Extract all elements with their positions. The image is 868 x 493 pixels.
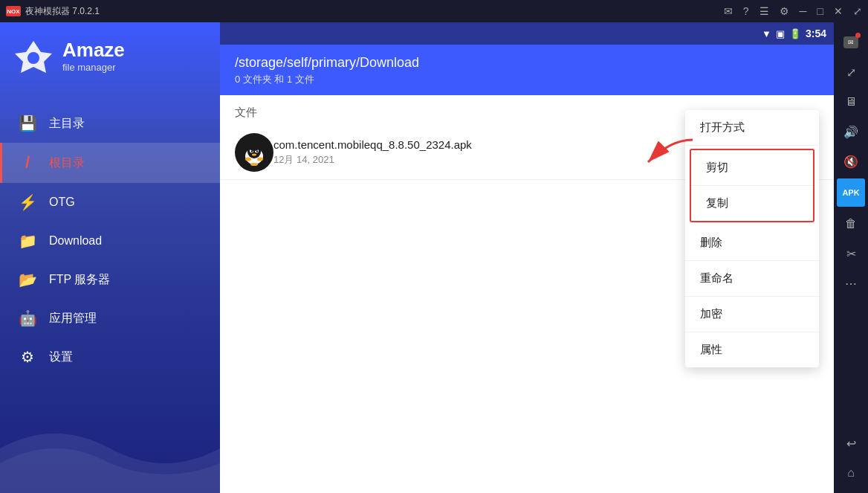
svg-point-13 — [250, 163, 258, 166]
svg-point-16 — [256, 140, 260, 146]
settings-icon[interactable]: ⚙ — [780, 5, 789, 17]
amaze-logo-icon — [15, 37, 52, 74]
sidebar-header: Amaze file manager — [0, 22, 220, 97]
current-path: /storage/self/primary/Download — [235, 55, 819, 71]
app-name: Amaze — [62, 39, 125, 62]
svg-point-1 — [27, 52, 39, 64]
rs-mute-icon[interactable]: 🔇 — [837, 147, 865, 175]
menu-properties[interactable]: 属性 — [685, 332, 819, 367]
rs-fullscreen-icon[interactable]: ⤢ — [837, 58, 865, 86]
status-icons: ▼ ▣ 🔋 3:54 — [762, 28, 826, 39]
ftp-icon: 📂 — [18, 271, 37, 289]
app-mgr-label: 应用管理 — [49, 311, 97, 326]
folder-icon: 📁 — [18, 232, 37, 250]
rs-home-icon[interactable]: ⌂ — [837, 459, 865, 487]
status-time: 3:54 — [806, 28, 826, 39]
rs-apk-icon[interactable]: APK — [837, 178, 865, 207]
svg-point-15 — [248, 140, 253, 146]
menu-rename[interactable]: 重命名 — [685, 261, 819, 297]
sidebar-item-otg[interactable]: ⚡ OTG — [0, 183, 220, 222]
wifi-icon: ▼ — [762, 28, 771, 39]
svg-text:✉: ✉ — [848, 39, 854, 46]
svg-point-10 — [252, 154, 256, 156]
rs-notification-icon[interactable]: ✉ — [837, 28, 865, 57]
rs-cut-icon[interactable]: ✂ — [837, 239, 865, 268]
svg-point-9 — [256, 150, 258, 152]
message-icon[interactable]: ✉ — [724, 5, 733, 17]
settings-label: 设置 — [49, 349, 73, 365]
rs-back-icon[interactable]: ↩ — [837, 429, 865, 457]
android-icon: 🤖 — [18, 309, 37, 327]
folder-info: 0 文件夹 和 1 文件 — [235, 73, 819, 86]
svg-point-11 — [245, 158, 251, 161]
nox-logo: NOX — [6, 6, 21, 16]
menu-delete[interactable]: 删除 — [685, 225, 819, 261]
menu-icon[interactable]: ☰ — [760, 5, 769, 17]
right-panel: ▼ ▣ 🔋 3:54 /storage/self/primary/Downloa… — [220, 22, 834, 493]
svg-point-12 — [257, 158, 263, 161]
sidebar-item-settings[interactable]: ⚙ 设置 — [0, 338, 220, 376]
rs-trash-icon[interactable]: 🗑 — [837, 210, 865, 238]
battery-icon: 🔋 — [789, 28, 801, 39]
help-icon[interactable]: ? — [743, 5, 749, 17]
sidebar-wave-decoration — [0, 404, 220, 493]
path-header: /storage/self/primary/Download 0 文件夹 和 1… — [220, 45, 834, 95]
root-dir-label: 根目录 — [49, 155, 85, 171]
rs-more-icon[interactable]: ⋯ — [837, 269, 865, 297]
sidebar-item-app-mgr[interactable]: 🤖 应用管理 — [0, 299, 220, 338]
titlebar: NOX 夜神模拟器 7.0.2.1 ✉ ? ☰ ⚙ ─ □ ✕ ⤢ — [0, 0, 868, 22]
ftp-label: FTP 服务器 — [49, 272, 110, 288]
sidebar-title: Amaze file manager — [62, 39, 125, 73]
app-subtitle: file manager — [62, 62, 125, 73]
main-dir-label: 主目录 — [49, 116, 85, 132]
sidebar-item-ftp[interactable]: 📂 FTP 服务器 — [0, 260, 220, 299]
app-container: Amaze file manager 💾 主目录 / 根目录 ⚡ OTG — [0, 22, 868, 493]
expand-icon[interactable]: ⤢ — [853, 5, 862, 17]
sidebar-item-download[interactable]: 📁 Download — [0, 222, 220, 260]
context-menu: 打开方式 剪切 复制 删除 重命名 加密 属性 — [685, 110, 819, 367]
maximize-icon[interactable]: □ — [817, 5, 823, 17]
storage-icon: 💾 — [18, 115, 37, 132]
app-title: 夜神模拟器 7.0.2.1 — [25, 5, 100, 18]
sidebar-item-root-dir[interactable]: / 根目录 — [0, 143, 220, 183]
titlebar-left: NOX 夜神模拟器 7.0.2.1 — [6, 5, 100, 18]
sidebar: Amaze file manager 💾 主目录 / 根目录 ⚡ OTG — [0, 22, 220, 493]
menu-encrypt[interactable]: 加密 — [685, 297, 819, 332]
gear-icon: ⚙ — [18, 348, 37, 366]
slash-icon: / — [18, 153, 37, 173]
rs-volume-icon[interactable]: 🔊 — [837, 117, 865, 146]
right-sidebar: ✉ ⤢ 🖥 🔊 🔇 APK 🗑 ✂ ⋯ ↩ ⌂ — [834, 22, 868, 493]
close-icon[interactable]: ✕ — [834, 5, 843, 17]
content-area: 文件 — [220, 95, 834, 493]
minimize-icon[interactable]: ─ — [800, 5, 807, 17]
sidebar-item-main-dir[interactable]: 💾 主目录 — [0, 104, 220, 143]
rs-screen-icon[interactable]: 🖥 — [837, 88, 865, 116]
signal-icon: ▣ — [776, 28, 785, 39]
file-type-icon — [235, 133, 273, 172]
usb-icon: ⚡ — [18, 193, 37, 211]
menu-open-with[interactable]: 打开方式 — [685, 110, 819, 146]
download-label: Download — [49, 234, 102, 248]
status-bar: ▼ ▣ 🔋 3:54 — [220, 22, 834, 45]
menu-cut[interactable]: 剪切 — [691, 150, 813, 186]
titlebar-controls: ✉ ? ☰ ⚙ ─ □ ✕ ⤢ — [724, 5, 862, 17]
otg-label: OTG — [49, 196, 75, 209]
menu-copy[interactable]: 复制 — [691, 186, 813, 221]
